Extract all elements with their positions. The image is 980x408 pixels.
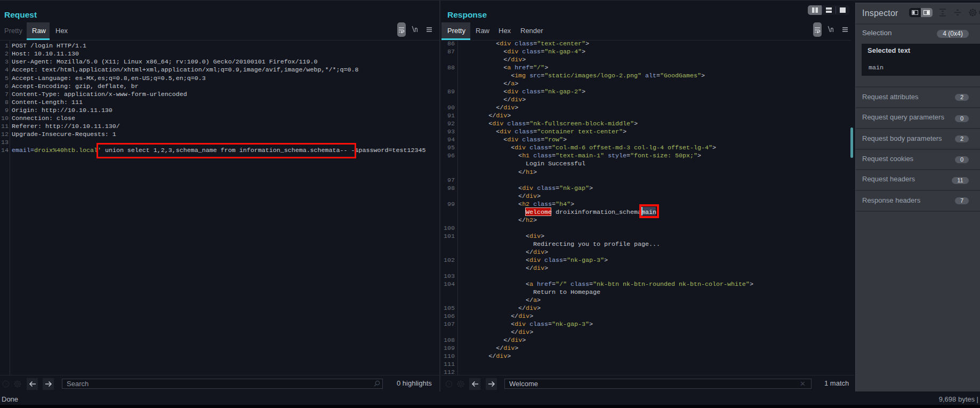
svg-text:?: ? (448, 382, 451, 387)
svg-text:?: ? (5, 382, 7, 387)
